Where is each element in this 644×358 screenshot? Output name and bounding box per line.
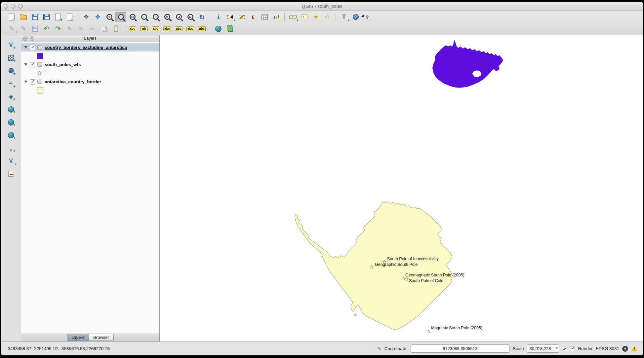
save-project-as-icon[interactable] xyxy=(41,12,52,22)
new-project-icon[interactable] xyxy=(6,12,17,22)
layer-name: south_poles_wfs xyxy=(45,62,81,67)
scale-combobox[interactable]: 30,918,228 xyxy=(527,344,559,353)
layer-type-icon xyxy=(37,80,42,84)
label-rotate-icon[interactable]: abc xyxy=(173,24,184,34)
panel-float-icon[interactable]: ⊙ xyxy=(30,36,34,41)
map-tips-icon[interactable] xyxy=(299,12,310,22)
pan-to-selection-icon[interactable]: ✥ xyxy=(92,12,103,22)
delete-selected-icon[interactable]: ✕ xyxy=(76,24,87,34)
text-annotation-icon[interactable]: T xyxy=(339,12,349,22)
new-shapefile-layer-icon[interactable]: V xyxy=(5,156,17,166)
label-highlight-icon[interactable]: abc xyxy=(150,24,161,34)
layer-visibility-checkbox[interactable] xyxy=(30,45,35,50)
zoom-native-icon[interactable]: 1:1 xyxy=(127,12,138,22)
help-icon[interactable]: ? xyxy=(350,12,361,22)
zoom-to-layer-icon[interactable]: ▤ xyxy=(162,12,173,22)
message-log-icon[interactable] xyxy=(631,346,638,351)
plugins-icon[interactable] xyxy=(224,24,235,34)
new-bookmark-icon[interactable]: ★ xyxy=(310,12,321,22)
zoom-next-icon[interactable]: ▸ xyxy=(185,12,196,22)
add-wms-layer-icon[interactable] xyxy=(5,104,17,115)
whats-this-icon[interactable]: ? xyxy=(362,12,373,22)
crs-status-icon[interactable] xyxy=(622,346,628,352)
toggle-editing-icon[interactable]: ✎ xyxy=(18,24,29,34)
layer-visibility-checkbox[interactable] xyxy=(30,62,35,67)
attribute-table-icon[interactable] xyxy=(259,12,270,22)
field-calculator-icon[interactable]: ε xyxy=(248,12,259,22)
layer-type-icon xyxy=(37,45,42,50)
status-bar: -3493458.37,-2251496.19 : 3585676.58,226… xyxy=(1,341,643,355)
layers-panel-header: ✕ ⊙ Layers xyxy=(21,35,159,42)
cut-features-icon[interactable]: ✂ xyxy=(87,24,98,34)
open-project-icon[interactable] xyxy=(18,12,29,22)
label-pin-icon[interactable]: ab xyxy=(139,24,149,34)
zoom-last-icon[interactable]: ◂ xyxy=(173,12,184,22)
node-tool-icon[interactable]: ✎ xyxy=(64,24,75,34)
undo-icon[interactable]: ↶ xyxy=(41,24,52,34)
select-features-icon[interactable] xyxy=(224,12,235,22)
add-wcs-layer-icon[interactable] xyxy=(5,117,17,127)
layer-name: country_borders_excluding_antarctica xyxy=(45,45,127,50)
label-settings-icon[interactable]: abc xyxy=(196,24,207,34)
main-toolbar: ✥ ✥ + − 1:1 ◻ ▭ ▤ ◂ ▸ ↻ ℹ ε ★ ☆ T ? xyxy=(1,11,643,23)
disclosure-triangle-icon[interactable] xyxy=(24,46,27,49)
save-project-icon[interactable] xyxy=(29,12,40,22)
disclosure-triangle-icon[interactable] xyxy=(24,81,27,83)
country-polygon xyxy=(432,40,503,88)
layer-item-country-borders[interactable]: country_borders_excluding_antarctica xyxy=(21,43,159,52)
map-extents-text: -3493458.37,-2251496.19 : 3585676.58,226… xyxy=(6,346,110,351)
zoom-to-selection-icon[interactable]: ▭ xyxy=(150,12,161,22)
measure-icon[interactable] xyxy=(287,12,298,22)
pole-star-icon: ☆ xyxy=(426,329,431,334)
show-bookmarks-icon[interactable]: ☆ xyxy=(322,12,333,22)
add-vector-layer-icon[interactable]: V xyxy=(5,40,17,50)
composer-manager-icon[interactable] xyxy=(64,12,75,22)
scale-lock-icon[interactable] xyxy=(562,346,567,351)
identify-features-icon[interactable]: ℹ xyxy=(213,12,224,22)
add-delimited-text-icon[interactable]: , xyxy=(5,143,17,153)
mouse-position-toggle-icon[interactable]: ✎ xyxy=(377,346,382,351)
symbology-swatch[interactable] xyxy=(37,53,43,59)
deselect-features-icon[interactable] xyxy=(236,12,247,22)
remove-layer-icon[interactable] xyxy=(5,168,17,179)
star-symbol-icon[interactable]: ☆ xyxy=(37,70,42,76)
pole-label: South Pole of Inaccessibility xyxy=(387,257,439,261)
redo-icon[interactable]: ↷ xyxy=(53,24,63,34)
tab-browser[interactable]: Browser xyxy=(89,334,114,341)
manage-layers-toolbar: V ✒ ◈ , V xyxy=(1,35,21,341)
add-raster-layer-icon[interactable] xyxy=(5,53,17,63)
copy-features-icon[interactable] xyxy=(99,24,110,34)
label-properties-icon[interactable]: abc xyxy=(185,24,196,34)
label-move-icon[interactable]: abc xyxy=(162,24,173,34)
disclosure-triangle-icon[interactable] xyxy=(24,63,27,66)
layer-name: antarctica_country_border xyxy=(45,79,101,84)
zoom-in-icon[interactable]: + xyxy=(104,12,115,22)
tab-layers[interactable]: Layers xyxy=(67,334,89,341)
coordinate-input[interactable] xyxy=(411,344,510,353)
new-print-composer-icon[interactable] xyxy=(53,12,63,22)
statistical-summary-icon[interactable] xyxy=(271,12,282,22)
add-wfs-layer-icon[interactable] xyxy=(5,130,17,140)
refresh-map-icon[interactable]: ↻ xyxy=(196,12,207,22)
layer-item-south-poles-wfs[interactable]: south_poles_wfs xyxy=(21,60,159,69)
zoom-out-icon[interactable]: − xyxy=(115,12,126,22)
map-canvas[interactable]: ☆ South Pole of Inaccessibility ☆ Geogra… xyxy=(160,35,643,341)
add-oracle-layer-icon[interactable]: ◈ xyxy=(5,91,17,102)
panel-close-icon[interactable]: ✕ xyxy=(23,36,28,41)
toolbar-separator xyxy=(284,13,285,21)
add-spatialite-layer-icon[interactable]: ✒ xyxy=(5,78,17,89)
layer-visibility-checkbox[interactable] xyxy=(30,79,35,85)
paste-features-icon[interactable] xyxy=(110,24,121,34)
render-checkbox[interactable] xyxy=(570,346,575,351)
current-edits-icon[interactable]: ✎ xyxy=(6,24,17,34)
layer-labeling-icon[interactable]: abc xyxy=(127,24,138,34)
layer-item-antarctica-border[interactable]: antarctica_country_border xyxy=(21,78,159,86)
symbology-swatch[interactable] xyxy=(37,88,43,93)
pan-map-icon[interactable]: ✥ xyxy=(81,12,92,22)
panel-tabs: Layers Browser xyxy=(67,334,114,341)
zoom-full-extent-icon[interactable]: ◻ xyxy=(139,12,149,22)
add-postgis-layer-icon[interactable] xyxy=(5,65,17,76)
save-layer-edits-icon[interactable] xyxy=(29,24,40,34)
layer-type-icon xyxy=(37,62,42,67)
web-globe-icon[interactable] xyxy=(213,24,224,34)
